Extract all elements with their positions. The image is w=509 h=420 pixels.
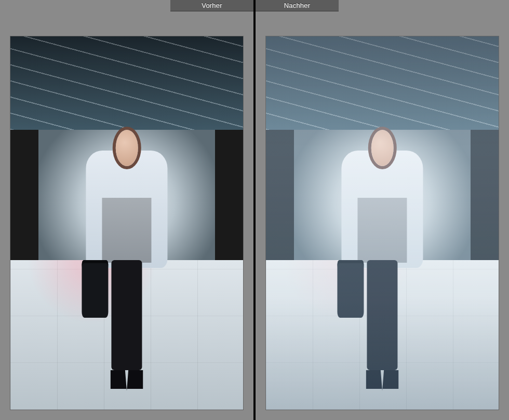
subject-bag [82,260,108,318]
subject-sweater [102,198,152,263]
scene-ceiling [10,36,243,130]
subject-legs [111,260,142,370]
before-photo-slot [10,36,243,410]
after-photo[interactable] [266,36,499,410]
before-after-compare: Vorher Nachher [0,0,509,420]
after-tab-row: Nachher [256,0,509,11]
after-photo-slot [266,36,499,410]
before-tab-row: Vorher [0,0,253,11]
subject-heels [110,370,143,391]
before-pane[interactable]: Vorher [0,0,253,420]
contrast-overlay [266,36,499,410]
scene-subject [75,130,178,391]
before-label-tab[interactable]: Vorher [170,0,253,11]
after-pane[interactable]: Nachher [256,0,509,420]
before-photo[interactable] [10,36,243,410]
after-label-tab[interactable]: Nachher [256,0,339,11]
